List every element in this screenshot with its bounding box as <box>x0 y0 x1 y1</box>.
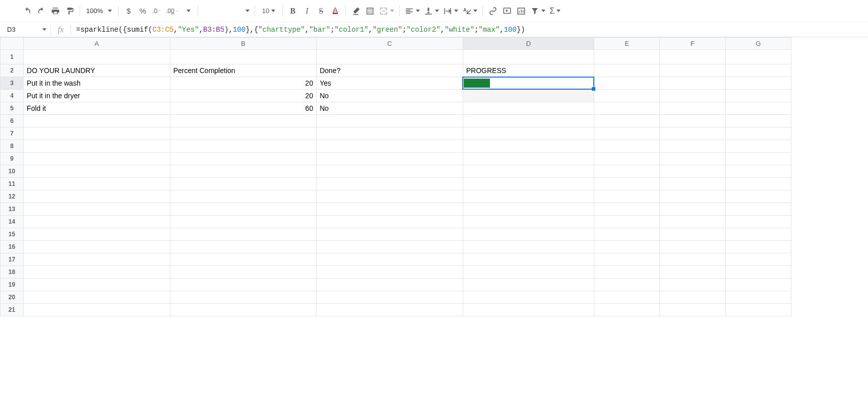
redo-button[interactable] <box>34 4 48 18</box>
cell-B2[interactable]: Percent Completion <box>170 64 317 77</box>
cell-A16[interactable] <box>24 241 170 253</box>
cell-G5[interactable] <box>725 102 791 115</box>
font-size-dropdown[interactable]: 10 <box>258 4 279 18</box>
cell-E1[interactable] <box>594 50 660 64</box>
increase-decimal-button[interactable]: .00→ <box>164 4 180 18</box>
row-header-18[interactable]: 18 <box>1 266 24 279</box>
row-header-2[interactable]: 2 <box>1 64 24 77</box>
cell-F14[interactable] <box>660 216 725 228</box>
cell-A17[interactable] <box>24 253 170 266</box>
cell-B1[interactable] <box>170 50 317 64</box>
cell-C2[interactable]: Done? <box>317 64 463 77</box>
row-header-13[interactable]: 13 <box>1 203 24 216</box>
row-header-3[interactable]: 3 <box>1 77 24 90</box>
cell-E9[interactable] <box>594 153 660 165</box>
cell-A15[interactable] <box>24 228 170 241</box>
cell-B12[interactable] <box>170 190 317 203</box>
cell-C18[interactable] <box>317 266 463 279</box>
cell-D8[interactable] <box>463 140 594 153</box>
zoom-dropdown[interactable]: 100% <box>83 7 115 15</box>
horizontal-align-button[interactable] <box>403 4 422 18</box>
cell-A7[interactable] <box>24 127 170 140</box>
column-header-g[interactable]: G <box>725 38 791 50</box>
cell-E20[interactable] <box>594 291 660 304</box>
vertical-align-button[interactable] <box>422 4 441 18</box>
italic-button[interactable]: I <box>300 4 314 18</box>
cell-G21[interactable] <box>725 304 791 316</box>
cell-D6[interactable] <box>463 115 594 127</box>
cell-F8[interactable] <box>660 140 725 153</box>
name-box[interactable]: D3 <box>0 26 50 33</box>
cell-A13[interactable] <box>24 203 170 216</box>
cell-G15[interactable] <box>725 228 791 241</box>
cell-E21[interactable] <box>594 304 660 316</box>
cell-F21[interactable] <box>660 304 725 316</box>
cell-B15[interactable] <box>170 228 317 241</box>
cell-E18[interactable] <box>594 266 660 279</box>
cell-A6[interactable] <box>24 115 170 127</box>
text-wrap-button[interactable] <box>441 4 460 18</box>
cell-D15[interactable] <box>463 228 594 241</box>
cell-G14[interactable] <box>725 216 791 228</box>
cell-C21[interactable] <box>317 304 463 316</box>
cell-E16[interactable] <box>594 241 660 253</box>
cell-A1[interactable] <box>24 50 170 64</box>
cell-F9[interactable] <box>660 153 725 165</box>
text-rotate-button[interactable] <box>460 4 479 18</box>
cell-D18[interactable] <box>463 266 594 279</box>
column-header-a[interactable]: A <box>24 38 170 50</box>
cell-A18[interactable] <box>24 266 170 279</box>
cell-C16[interactable] <box>317 241 463 253</box>
cell-D12[interactable] <box>463 190 594 203</box>
cell-G20[interactable] <box>725 291 791 304</box>
cell-F16[interactable] <box>660 241 725 253</box>
cell-B9[interactable] <box>170 153 317 165</box>
row-header-5[interactable]: 5 <box>1 102 24 115</box>
cell-A21[interactable] <box>24 304 170 316</box>
row-header-10[interactable]: 10 <box>1 165 24 178</box>
row-header-12[interactable]: 12 <box>1 190 24 203</box>
cell-E13[interactable] <box>594 203 660 216</box>
cell-D9[interactable] <box>463 153 594 165</box>
row-header-1[interactable]: 1 <box>1 50 24 64</box>
row-header-15[interactable]: 15 <box>1 228 24 241</box>
cell-G12[interactable] <box>725 190 791 203</box>
cell-C20[interactable] <box>317 291 463 304</box>
row-header-14[interactable]: 14 <box>1 216 24 228</box>
cell-C14[interactable] <box>317 216 463 228</box>
cell-G9[interactable] <box>725 153 791 165</box>
cell-D19[interactable] <box>463 279 594 291</box>
cell-C13[interactable] <box>317 203 463 216</box>
cell-E10[interactable] <box>594 165 660 178</box>
cell-G11[interactable] <box>725 178 791 190</box>
cell-F11[interactable] <box>660 178 725 190</box>
cell-A3[interactable]: Put it in the wash <box>24 77 170 90</box>
row-header-19[interactable]: 19 <box>1 279 24 291</box>
cell-C17[interactable] <box>317 253 463 266</box>
cell-F5[interactable] <box>660 102 725 115</box>
cell-G1[interactable] <box>725 50 791 64</box>
cell-E3[interactable] <box>594 77 660 90</box>
cell-B14[interactable] <box>170 216 317 228</box>
cell-D11[interactable] <box>463 178 594 190</box>
cell-E15[interactable] <box>594 228 660 241</box>
cell-A9[interactable] <box>24 153 170 165</box>
cell-G17[interactable] <box>725 253 791 266</box>
row-header-17[interactable]: 17 <box>1 253 24 266</box>
cell-C19[interactable] <box>317 279 463 291</box>
cell-E12[interactable] <box>594 190 660 203</box>
cell-A19[interactable] <box>24 279 170 291</box>
cell-B5[interactable]: 60 <box>170 102 317 115</box>
cell-C8[interactable] <box>317 140 463 153</box>
row-header-20[interactable]: 20 <box>1 291 24 304</box>
cell-A2[interactable]: DO YOUR LAUNDRY <box>24 64 170 77</box>
cell-F10[interactable] <box>660 165 725 178</box>
undo-button[interactable] <box>20 4 34 18</box>
cell-D14[interactable] <box>463 216 594 228</box>
cell-B19[interactable] <box>170 279 317 291</box>
cell-F12[interactable] <box>660 190 725 203</box>
cell-G19[interactable] <box>725 279 791 291</box>
decrease-decimal-button[interactable]: .0← <box>150 4 164 18</box>
cell-D21[interactable] <box>463 304 594 316</box>
cell-G8[interactable] <box>725 140 791 153</box>
